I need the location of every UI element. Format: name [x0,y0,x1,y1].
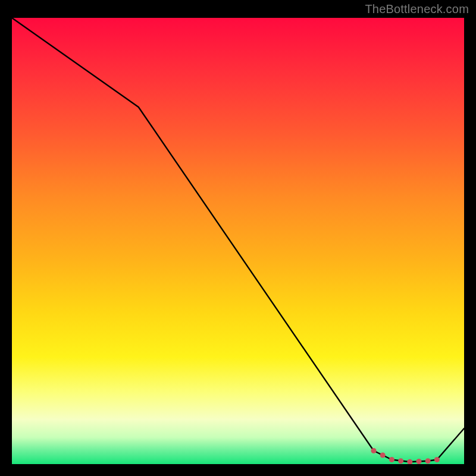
marker-dot [416,459,422,464]
marker-dot [371,448,377,453]
marker-dot [425,458,431,464]
chart-frame: TheBottleneck.com [0,0,476,476]
marker-dot [380,453,386,458]
attribution-label: TheBottleneck.com [365,2,469,16]
marker-dot [407,459,412,464]
curve-line [12,18,464,462]
chart-svg [12,18,464,464]
plot-area [12,18,464,464]
marker-dot [434,457,440,462]
marker-dot [389,457,394,462]
marker-dot [398,458,403,464]
